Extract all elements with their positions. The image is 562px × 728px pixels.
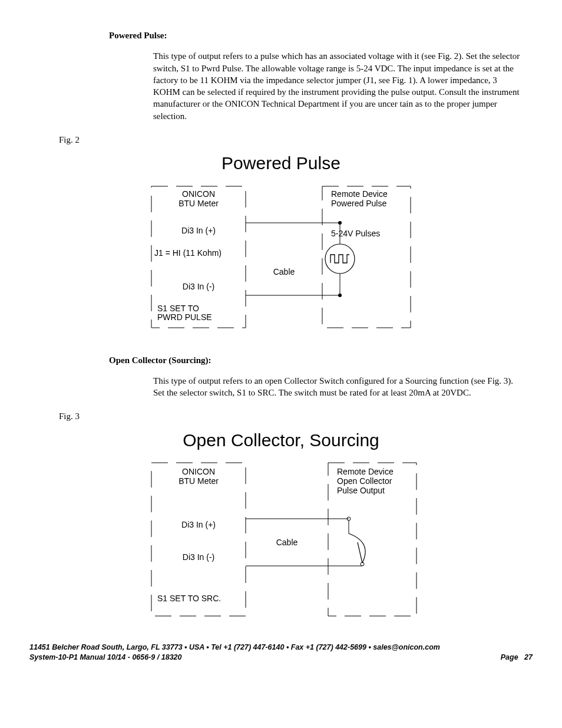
d2-cable: Cable xyxy=(276,538,298,547)
d2-di3neg: Di3 In (-) xyxy=(183,552,214,562)
svg-point-8 xyxy=(325,244,355,274)
page-footer: 11451 Belcher Road South, Largo, FL 3377… xyxy=(29,643,533,663)
d1-left-l2: BTU Meter xyxy=(178,199,219,208)
d2-di3pos: Di3 In (+) xyxy=(181,520,216,529)
d1-di3neg: Di3 In (-) xyxy=(183,282,214,291)
footer-page-num: 27 xyxy=(524,653,533,661)
diagram-open-collector: Open Collector, Sourcing ONICON BTU Mete… xyxy=(29,429,533,622)
footer-address: 11451 Belcher Road South, Largo, FL 3377… xyxy=(29,643,440,653)
d1-right-l2: Powered Pulse xyxy=(331,199,386,208)
section-heading-powered-pulse: Powered Pulse: xyxy=(109,29,533,41)
section-body-open-collector: This type of output refers to an open Co… xyxy=(153,375,521,399)
figure-3-label: Fig. 3 xyxy=(59,410,533,422)
section-body-powered-pulse: This type of output refers to a pulse wh… xyxy=(153,50,521,122)
svg-line-15 xyxy=(358,542,362,563)
d1-di3pos: Di3 In (+) xyxy=(181,226,216,235)
d2-left-l2: BTU Meter xyxy=(178,476,219,486)
d1-s1-l2: PWRD PULSE xyxy=(157,312,212,322)
d2-right-l1: Remote Device xyxy=(337,467,394,476)
diagram1-svg: ONICON BTU Meter Di3 In (+) J1 = HI (11 … xyxy=(146,180,416,334)
section-heading-open-collector: Open Collector (Sourcing): xyxy=(109,354,533,366)
d1-s1-l1: S1 SET TO xyxy=(157,304,199,313)
d1-cable: Cable xyxy=(273,267,295,276)
d2-right-l3: Pulse Output xyxy=(337,486,385,495)
d2-right-l2: Open Collector xyxy=(337,476,392,486)
d1-left-l1: ONICON xyxy=(182,189,215,199)
footer-page-prefix: Page xyxy=(501,653,518,661)
diagram2-svg: ONICON BTU Meter Di3 In (+) Di3 In (-) S… xyxy=(140,457,422,622)
footer-docid: System-10-P1 Manual 10/14 - 0656-9 / 183… xyxy=(29,653,440,663)
diagram-powered-pulse: Powered Pulse ONICON BTU Meter Di3 In (+… xyxy=(29,151,533,334)
diagram2-title: Open Collector, Sourcing xyxy=(29,429,533,453)
d1-volts: 5-24V Pulses xyxy=(331,229,380,238)
d2-left-l1: ONICON xyxy=(182,467,215,476)
d1-j1: J1 = HI (11 Kohm) xyxy=(154,248,222,258)
d2-s1: S1 SET TO SRC. xyxy=(157,594,221,603)
svg-rect-9 xyxy=(151,463,246,616)
diagram1-title: Powered Pulse xyxy=(29,151,533,176)
d1-right-l1: Remote Device xyxy=(331,189,388,199)
figure-2-label: Fig. 2 xyxy=(59,134,533,146)
